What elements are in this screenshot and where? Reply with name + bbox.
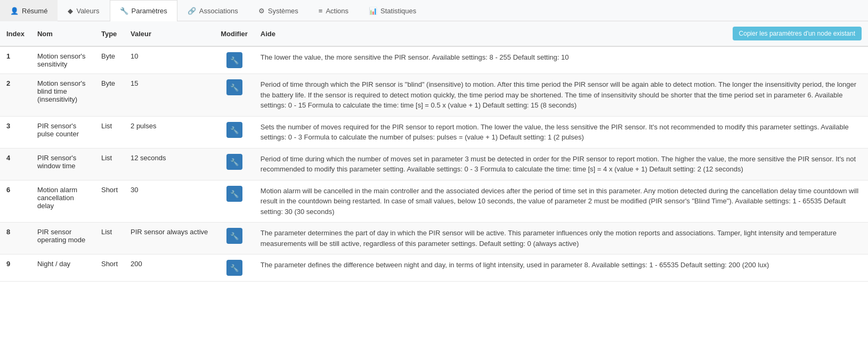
associations-icon: 🔗 [188, 7, 196, 15]
wrench-icon [230, 126, 239, 134]
wrench-icon [230, 83, 239, 92]
params-table-container: Index Nom Type Valeur Modifier Aide Copi… [0, 21, 868, 282]
tab-valeurs[interactable]: ◆Valeurs [58, 0, 109, 21]
table-row: 4 PIR sensor's window time List 12 secon… [0, 148, 868, 180]
cell-aide: The parameter defines the difference bet… [254, 254, 868, 282]
tab-resume[interactable]: 👤Résumé [0, 0, 58, 21]
cell-index: 8 [0, 223, 31, 254]
col-modifier: Modifier [214, 21, 254, 46]
systemes-icon: ⚙ [258, 7, 265, 15]
tab-parametres[interactable]: 🔧Paramètres [110, 0, 177, 21]
cell-index: 1 [0, 46, 31, 74]
cell-valeur: 12 seconds [124, 148, 214, 180]
cell-index: 3 [0, 116, 31, 148]
cell-type: Short [95, 180, 124, 223]
cell-aide: Motion alarm will be cancelled in the ma… [254, 180, 868, 223]
edit-button[interactable] [226, 228, 242, 244]
cell-valeur: 200 [124, 254, 214, 282]
cell-type: List [95, 223, 124, 254]
cell-modifier [214, 116, 254, 148]
cell-type: Byte [95, 46, 124, 74]
table-body: 1 Motion sensor's sensitivity Byte 10 Th… [0, 46, 868, 282]
edit-button[interactable] [226, 260, 242, 276]
cell-index: 9 [0, 254, 31, 282]
tab-associations[interactable]: 🔗Associations [177, 0, 248, 21]
tab-label-associations: Associations [199, 7, 238, 15]
cell-nom: PIR sensor's pulse counter [31, 116, 95, 148]
tab-bar: 👤Résumé◆Valeurs🔧Paramètres🔗Associations⚙… [0, 0, 868, 21]
cell-nom: PIR sensor's window time [31, 148, 95, 180]
cell-modifier [214, 148, 254, 180]
actions-icon: ≡ [319, 7, 323, 15]
cell-aide: Period of time through which the PIR sen… [254, 74, 868, 117]
aide-label: Aide [261, 30, 275, 38]
wrench-icon [230, 190, 239, 198]
tab-systemes[interactable]: ⚙Systèmes [248, 0, 309, 21]
cell-aide: Period of time during which the number o… [254, 148, 868, 180]
table-row: 6 Motion alarm cancellation delay Short … [0, 180, 868, 223]
cell-modifier [214, 46, 254, 74]
table-row: 3 PIR sensor's pulse counter List 2 puls… [0, 116, 868, 148]
table-header-row: Index Nom Type Valeur Modifier Aide Copi… [0, 21, 868, 46]
cell-nom: Night / day [31, 254, 95, 282]
wrench-icon [230, 158, 239, 166]
cell-index: 2 [0, 74, 31, 117]
cell-modifier [214, 74, 254, 117]
cell-modifier [214, 223, 254, 254]
tab-label-actions: Actions [326, 7, 348, 15]
statistiques-icon: 📊 [369, 7, 377, 15]
cell-modifier [214, 254, 254, 282]
table-row: 9 Night / day Short 200 The parameter de… [0, 254, 868, 282]
cell-index: 4 [0, 148, 31, 180]
tab-label-resume: Résumé [22, 7, 47, 15]
wrench-icon [230, 56, 239, 64]
col-nom: Nom [31, 21, 95, 46]
tab-label-statistiques: Statistiques [380, 7, 416, 15]
tab-label-parametres: Paramètres [132, 7, 167, 15]
col-index: Index [0, 21, 31, 46]
cell-valeur: 10 [124, 46, 214, 74]
tab-label-systemes: Systèmes [268, 7, 298, 15]
table-row: 8 PIR sensor operating mode List PIR sen… [0, 223, 868, 254]
wrench-icon [230, 264, 239, 272]
edit-button[interactable] [226, 154, 242, 170]
wrench-icon [230, 232, 239, 240]
cell-nom: Motion sensor's sensitivity [31, 46, 95, 74]
cell-nom: PIR sensor operating mode [31, 223, 95, 254]
valeurs-icon: ◆ [68, 7, 73, 15]
cell-nom: Motion sensor's blind time (insensitivit… [31, 74, 95, 117]
cell-type: Short [95, 254, 124, 282]
edit-button[interactable] [226, 79, 242, 95]
cell-valeur: PIR sensor always active [124, 223, 214, 254]
cell-aide: The lower the value, the more sensitive … [254, 46, 868, 74]
edit-button[interactable] [226, 52, 242, 68]
cell-type: List [95, 116, 124, 148]
cell-index: 6 [0, 180, 31, 223]
cell-aide: The parameter determines the part of day… [254, 223, 868, 254]
copy-button[interactable]: Copier les paramètres d'un node existant [733, 27, 862, 40]
params-table: Index Nom Type Valeur Modifier Aide Copi… [0, 21, 868, 282]
tab-label-valeurs: Valeurs [76, 7, 99, 15]
tab-statistiques[interactable]: 📊Statistiques [359, 0, 426, 21]
cell-nom: Motion alarm cancellation delay [31, 180, 95, 223]
col-type: Type [95, 21, 124, 46]
cell-type: Byte [95, 74, 124, 117]
table-row: 2 Motion sensor's blind time (insensitiv… [0, 74, 868, 117]
cell-aide: Sets the number of moves required for th… [254, 116, 868, 148]
parametres-icon: 🔧 [120, 7, 128, 15]
edit-button[interactable] [226, 186, 242, 202]
col-aide: Aide Copier les paramètres d'un node exi… [254, 21, 868, 46]
cell-modifier [214, 180, 254, 223]
cell-valeur: 2 pulses [124, 116, 214, 148]
table-row: 1 Motion sensor's sensitivity Byte 10 Th… [0, 46, 868, 74]
tab-actions[interactable]: ≡Actions [309, 0, 359, 21]
cell-type: List [95, 148, 124, 180]
edit-button[interactable] [226, 122, 242, 138]
cell-valeur: 30 [124, 180, 214, 223]
cell-valeur: 15 [124, 74, 214, 117]
resume-icon: 👤 [10, 7, 19, 15]
col-valeur: Valeur [124, 21, 214, 46]
